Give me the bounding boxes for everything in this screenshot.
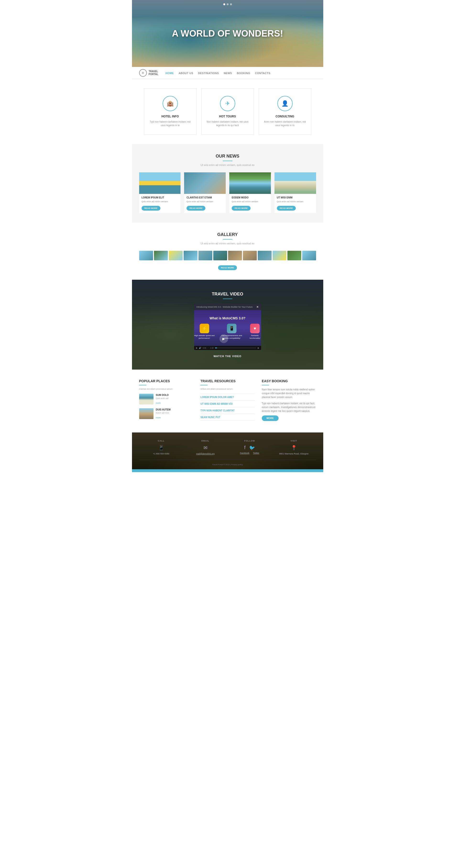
gallery-title: GALLERY (139, 232, 316, 237)
gallery-thumb-3[interactable] (169, 251, 183, 260)
video-features: ⚡ High website speed and performance! 📱 … (194, 324, 261, 339)
nav-about[interactable]: ABOUT US (179, 72, 193, 74)
video-feature-1: ⚡ High website speed and performance! (194, 324, 215, 339)
video-volume-icon[interactable]: 🔊 (199, 347, 201, 349)
gallery-thumb-7[interactable] (228, 251, 242, 260)
gallery-thumb-9[interactable] (258, 251, 272, 260)
footer: CALL 📱 +1 800 559 6580 EMAIL ✉ mail@demo… (132, 432, 323, 469)
gallery-thumb-12[interactable] (302, 251, 316, 260)
logo-text: TRAVEL PORTAL (149, 70, 158, 76)
consulting-desc: Aven non habent claritatem insitam, est … (264, 120, 306, 127)
popular-places-divider (139, 385, 146, 385)
travel-resources-title: TRAVEL RESOURCES (200, 379, 255, 383)
gallery-thumb-4[interactable] (184, 251, 198, 260)
footer-follow-col: FOLLOW f 🐦 Facebook Twitter (228, 440, 272, 455)
easy-booking-divider (262, 385, 269, 385)
video-time-total: 1:19 (210, 347, 213, 349)
video-feature-2[interactable]: 📱 ▶ Full responsiveness and mobile compa… (219, 324, 244, 339)
gallery-thumb-8[interactable] (243, 251, 257, 260)
features-section: 🏨 HOTEL INFO Typi non habent claritatem … (132, 79, 323, 144)
facebook-link[interactable]: Facebook (240, 452, 249, 454)
nav-news[interactable]: NEWS (223, 72, 232, 74)
place-more-2[interactable]: more (156, 416, 161, 419)
nav-home[interactable]: HOME (165, 72, 174, 74)
video-player-title: Introducing MotoCMS 3.0 - Website Builde… (196, 306, 253, 308)
navbar: ✕ TRAVEL PORTAL HOME ABOUT US DESTINATIO… (132, 67, 323, 79)
video-progress-bar[interactable] (215, 348, 256, 348)
mobile-icon: 📱 (227, 324, 237, 333)
footer-call-col: CALL 📱 +1 800 559 6580 (139, 440, 183, 455)
resource-item-4[interactable]: SEAM NUNC PUT (200, 414, 255, 421)
news-subtitle: Ut wisi enim ad minim veniam, quis nostr… (139, 163, 316, 166)
nav-booking[interactable]: BOOKING (237, 72, 250, 74)
gallery-divider (223, 239, 233, 240)
booking-text-1: Nam liber tempor cum soluta nobis eleife… (262, 388, 316, 399)
video-play-control[interactable]: ▶ (196, 347, 198, 349)
footer-email-col: EMAIL ✉ mail@demolink.org (183, 440, 228, 455)
bottom-section: POPULAR PLACES Claritas est etiam proces… (132, 370, 323, 432)
gallery-thumb-2[interactable] (154, 251, 168, 260)
gallery-subtitle: Ut wisi enim ad minim veniam, quis nostr… (139, 242, 316, 245)
news-card-2: CLARITAS EST ETIAM Quis enim ad minim ve… (184, 173, 226, 213)
gallery-thumb-5[interactable] (199, 251, 212, 260)
news-grid: LOREM IPSUM ELIT Quis enim ad minim veni… (139, 173, 316, 213)
read-more-btn-2[interactable]: READ MORE (186, 206, 205, 211)
booking-more-btn[interactable]: MORE (262, 415, 278, 421)
footer-social-links: f 🐦 (228, 445, 272, 451)
nav-contacts[interactable]: CONTACTS (255, 72, 270, 74)
news-content-1: LOREM IPSUM ELIT Quis enim ad minim veni… (139, 194, 181, 213)
news-img-1 (139, 173, 181, 194)
hero-dots (223, 3, 232, 5)
resource-item-1[interactable]: LOREM IPSUM DOLOR AMET (200, 394, 255, 400)
news-img-3 (229, 173, 271, 194)
hero-dot-2[interactable] (227, 3, 229, 5)
place-thumb-2 (139, 408, 153, 419)
read-more-btn-4[interactable]: READ MORE (277, 206, 296, 211)
nav-logo: ✕ TRAVEL PORTAL (139, 69, 158, 77)
gallery-thumb-6[interactable] (213, 251, 227, 260)
place-item-1: SUM DOLO Quis enim ad more (139, 394, 193, 405)
read-more-btn-1[interactable]: READ MORE (142, 206, 160, 211)
popular-places-title: POPULAR PLACES (139, 379, 193, 383)
gallery-read-more-btn[interactable]: READ MORE (218, 265, 237, 270)
hero-dot-3[interactable] (230, 3, 232, 5)
phone-icon: 📱 (139, 445, 183, 451)
news-card-4: UT WISI ENIM Quis enim ad minim veniam R… (274, 173, 316, 213)
footer-columns: CALL 📱 +1 800 559 6580 EMAIL ✉ mail@demo… (139, 440, 316, 455)
easy-booking-col: EASY BOOKING Nam liber tempor cum soluta… (262, 379, 316, 423)
video-close-icon[interactable]: ✕ (256, 305, 259, 309)
video-section: TRAVEL VIDEO Introducing MotoCMS 3.0 - W… (132, 280, 323, 370)
feature-tours: ✈ HOT TOURS Non habent claritatem insita… (201, 88, 254, 134)
functionality-label: Fantastic functionality! (249, 335, 261, 339)
video-watch-label: WATCH THE VIDEO (139, 355, 316, 358)
news-card-1: LOREM IPSUM ELIT Quis enim ad minim veni… (139, 173, 181, 213)
gallery-thumb-11[interactable] (287, 251, 301, 260)
hero-dot-1[interactable] (223, 3, 225, 5)
video-time-sep: / (208, 347, 208, 349)
news-title: OUR NEWS (139, 154, 316, 159)
travel-resources-subtitle: Wibus est etiam processus serum (200, 388, 255, 390)
video-progress-fill (215, 348, 217, 348)
footer-visit-title: VISIT (272, 440, 316, 442)
booking-text-2: Typi non habent claritatem insitam; est … (262, 402, 316, 413)
youtube-icon: ▶ (258, 347, 259, 349)
resource-item-3[interactable]: TYPI NON HABENT CLARITAT (200, 407, 255, 414)
place-info-2: DUIS AUTEM Eoem ad mos more (156, 408, 171, 419)
read-more-btn-3[interactable]: READ MORE (232, 206, 250, 211)
tours-icon: ✈ (220, 96, 235, 111)
video-time-current: 0:00 (203, 347, 207, 349)
resource-item-2[interactable]: UT WISI ENIM AD MINIM VOI (200, 400, 255, 407)
news-content-3: EODEM MODO Quis enim ad minim veniam REA… (229, 194, 271, 213)
hero-section: A WORLD OF WONDERS! (132, 0, 323, 67)
gallery-thumb-10[interactable] (273, 251, 286, 260)
consulting-title: CONSULTING (264, 115, 306, 118)
nav-destinations[interactable]: DESTINATIONS (198, 72, 219, 74)
place-item-2: DUIS AUTEM Eoem ad mos more (139, 408, 193, 419)
footer-follow-title: FOLLOW (228, 440, 272, 442)
feature-consulting: 👤 CONSULTING Aven non habent claritatem … (259, 88, 311, 134)
play-button[interactable]: ▶ (219, 335, 228, 343)
place-more-1[interactable]: more (156, 402, 161, 404)
twitter-link[interactable]: Twitter (253, 452, 260, 454)
popular-places-subtitle: Claritas est etiam processus serum (139, 388, 193, 390)
gallery-thumb-1[interactable] (139, 251, 153, 260)
